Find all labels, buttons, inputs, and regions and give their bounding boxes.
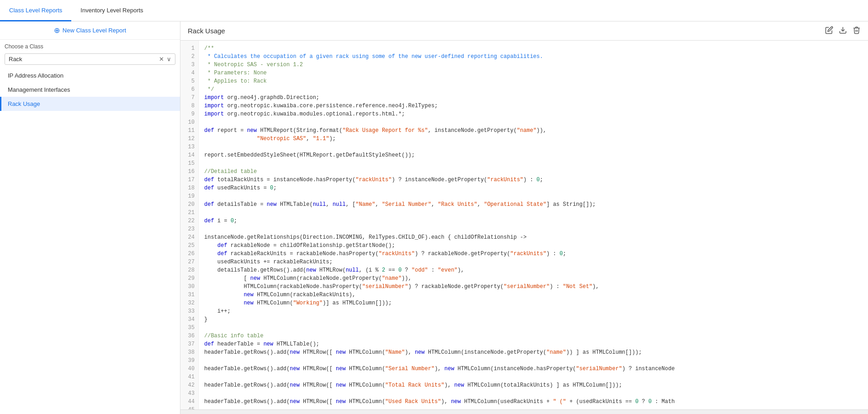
edit-icon[interactable] xyxy=(825,26,833,36)
clear-icon[interactable]: ✕ xyxy=(159,56,164,63)
code-content[interactable]: /** * Calculates the occupation of a giv… xyxy=(199,41,868,409)
line-numbers: 123 456 789 101112 131415 161718 192021 … xyxy=(180,41,199,409)
choose-class-label: Choose a Class xyxy=(0,40,180,52)
nav-list: IP Address Allocation Management Interfa… xyxy=(0,68,180,111)
class-selector[interactable]: Rack ✕ ∨ xyxy=(5,53,175,65)
delete-icon[interactable] xyxy=(852,26,861,36)
tab-inventory-level[interactable]: Inventory Level Reports xyxy=(71,0,152,21)
sidebar-item-management[interactable]: Management Interfaces xyxy=(0,83,180,97)
new-report-button[interactable]: ⊕ New Class Level Report xyxy=(0,21,180,40)
code-area: 123 456 789 101112 131415 161718 192021 … xyxy=(180,41,868,409)
editor-actions xyxy=(825,26,861,36)
chevron-down-icon[interactable]: ∨ xyxy=(167,56,171,63)
sidebar-item-rack-usage[interactable]: Rack Usage xyxy=(0,97,180,111)
tab-class-level[interactable]: Class Level Reports xyxy=(0,0,71,21)
selected-class: Rack xyxy=(9,56,159,63)
horizontal-scrollbar[interactable] xyxy=(180,409,868,414)
editor-title: Rack Usage xyxy=(188,27,225,35)
sidebar-item-ip-address[interactable]: IP Address Allocation xyxy=(0,68,180,83)
download-icon[interactable] xyxy=(839,26,847,36)
plus-circle-icon: ⊕ xyxy=(54,26,60,35)
